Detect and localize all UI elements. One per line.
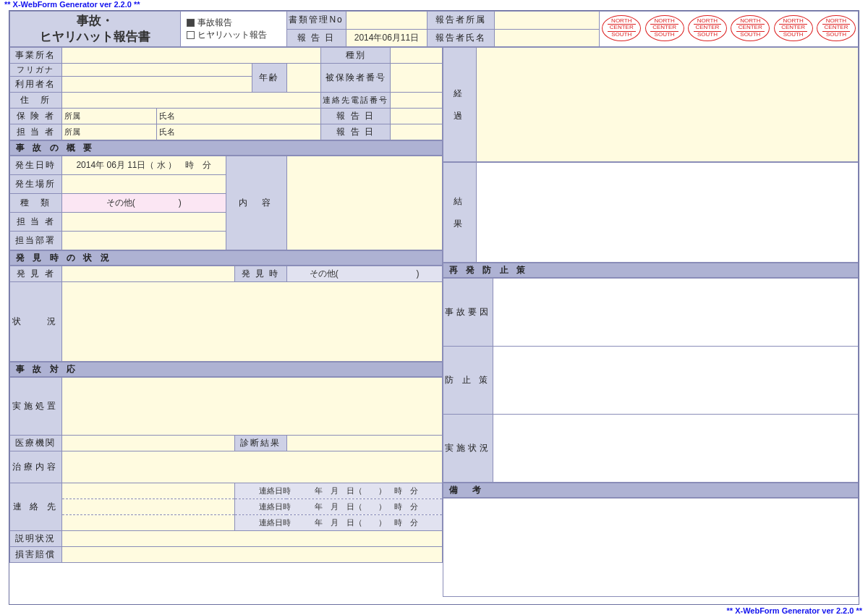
contact2-field[interactable]	[61, 499, 234, 515]
furigana-field[interactable]	[61, 64, 252, 77]
addr-label: 住 所	[10, 93, 62, 109]
prevent-field[interactable]	[493, 347, 858, 415]
contact-label: 連 絡 先	[10, 483, 62, 531]
kind-field[interactable]	[390, 48, 442, 64]
user-field[interactable]	[61, 77, 252, 93]
reporter-aff-label: 報告者所属	[427, 12, 495, 30]
finder-label: 発 見 者	[10, 266, 62, 282]
action-label: 実施処置	[10, 378, 62, 436]
insurer-aff[interactable]: 所属	[61, 109, 157, 124]
docno-field[interactable]	[346, 12, 427, 30]
impl-field[interactable]	[493, 415, 858, 483]
insureno-field[interactable]	[390, 64, 442, 93]
tel-label: 連絡先電話番号	[321, 93, 391, 109]
type-label: 種 類	[10, 194, 62, 213]
furigana-label: フリガナ	[10, 64, 62, 77]
report-type-options: 事故報告 ヒヤリハット報告	[181, 12, 286, 47]
progress-field[interactable]	[476, 48, 858, 162]
reporter-name-field[interactable]	[495, 29, 600, 47]
progress-label: 経過	[443, 48, 476, 162]
compensation-label: 損害賠償	[10, 547, 62, 563]
remarks-field[interactable]	[443, 499, 858, 597]
insurer-label: 保 険 者	[10, 109, 62, 124]
medical-field[interactable]	[61, 436, 234, 451]
ins-repdate-field[interactable]	[390, 109, 442, 124]
watermark-top: ** X-WebForm Generator ver 2.2.0 **	[4, 0, 140, 9]
kind-label: 種別	[321, 48, 391, 64]
response-table: 実施処置 医療機関 診断結果 治療内容 連 絡 先 連絡日時 年 月 日（ ） …	[9, 377, 443, 563]
age-label: 年齢	[252, 64, 286, 93]
cause-label: 事故要因	[443, 279, 493, 347]
content-label: 内 容	[226, 156, 286, 250]
office-label: 事業所名	[10, 48, 62, 64]
situation-label: 状 況	[10, 282, 62, 362]
stamp-4-icon: NORTHCENTERSOUTH	[731, 15, 770, 41]
contact2-date[interactable]: 連絡日時 年 月 日（ ） 時 分	[234, 499, 442, 515]
explain-field[interactable]	[61, 531, 442, 547]
contact1-field[interactable]	[61, 483, 234, 499]
prevention-table: 事故要因 防 止 策 実施状況	[443, 278, 859, 483]
diagnosis-field[interactable]	[286, 436, 442, 451]
result-label: 結果	[443, 163, 476, 263]
reporter-aff-field[interactable]	[495, 12, 600, 30]
overview-table: 発生日時2014年 06月 11日（ 水 ） 時 分 内 容 発生場所 種 類そ…	[9, 156, 443, 250]
occdt-field[interactable]: 2014年 06月 11日（ 水 ） 時 分	[61, 156, 226, 175]
result-field[interactable]	[476, 163, 858, 263]
occpl-label: 発生場所	[10, 175, 62, 194]
stamp-2-icon: NORTHCENTERSOUTH	[645, 15, 684, 41]
dept-label: 担当部署	[10, 232, 62, 250]
reporter-name-label: 報告者氏名	[427, 29, 495, 47]
contact3-field[interactable]	[61, 515, 234, 531]
prevent-label: 防 止 策	[443, 347, 493, 415]
user-label: 利用者名	[10, 77, 62, 93]
content-field[interactable]	[286, 156, 442, 250]
tel-field[interactable]	[390, 93, 442, 109]
basic-info-table: 事業所名種別 フリガナ 年齢 被保険者番号 利用者名 住 所連絡先電話番号 保 …	[9, 47, 443, 140]
section-response: 事 故 対 応	[10, 362, 443, 377]
addr-field[interactable]	[61, 93, 321, 109]
office-field[interactable]	[61, 48, 321, 64]
staff-name[interactable]: 氏名	[157, 124, 321, 140]
report-date-label: 報 告 日	[286, 29, 346, 47]
medical-label: 医療機関	[10, 436, 62, 451]
action-field[interactable]	[61, 378, 442, 436]
stamp-3-icon: NORTHCENTERSOUTH	[688, 15, 727, 41]
watermark-bottom: ** X-WebForm Generator ver 2.2.0 **	[727, 606, 862, 615]
staff-aff[interactable]: 所属	[61, 124, 157, 140]
section-discovery: 発 見 時 の 状 況	[10, 251, 443, 266]
stamp-6-icon: NORTHCENTERSOUTH	[817, 15, 856, 41]
type-field[interactable]: その他( )	[61, 194, 226, 213]
checkbox-accident[interactable]	[187, 19, 195, 27]
checkbox-nearmiss[interactable]	[187, 31, 195, 39]
contact1-date[interactable]: 連絡日時 年 月 日（ ） 時 分	[234, 483, 442, 499]
occdt-label: 発生日時	[10, 156, 62, 175]
diagnosis-label: 診断結果	[234, 436, 286, 451]
form-page: 事故・ヒヤリハット報告書 事故報告 ヒヤリハット報告 書類管理No 報告者所属 …	[9, 10, 859, 605]
progress-table: 経過	[443, 47, 859, 162]
compensation-field[interactable]	[61, 547, 442, 563]
findtime-field[interactable]: その他( )	[286, 266, 442, 282]
stamp-1-icon: NORTHCENTERSOUTH	[602, 15, 641, 41]
section-overview: 事 故 の 概 要	[10, 141, 443, 156]
situation-field[interactable]	[61, 282, 442, 362]
person-field[interactable]	[61, 213, 226, 232]
treatment-field[interactable]	[61, 451, 442, 483]
finder-field[interactable]	[61, 266, 234, 282]
cause-field[interactable]	[493, 279, 858, 347]
report-date-field[interactable]: 2014年06月11日	[346, 29, 427, 47]
insureno-label: 被保険者番号	[321, 64, 391, 93]
staff-repdate-field[interactable]	[390, 124, 442, 140]
contact3-date[interactable]: 連絡日時 年 月 日（ ） 時 分	[234, 515, 442, 531]
staff-repdate-label: 報 告 日	[321, 124, 391, 140]
insurer-name[interactable]: 氏名	[157, 109, 321, 124]
section-prevention: 再 発 防 止 策	[443, 263, 858, 278]
staff-label: 担 当 者	[10, 124, 62, 140]
discovery-table: 発 見 者 発 見 時その他( ) 状 況	[9, 266, 443, 362]
stamp-5-icon: NORTHCENTERSOUTH	[774, 15, 813, 41]
dept-field[interactable]	[61, 232, 226, 250]
ins-repdate-label: 報 告 日	[321, 109, 391, 124]
occpl-field[interactable]	[61, 175, 226, 194]
stamps-area: NORTHCENTERSOUTH NORTHCENTERSOUTH NORTHC…	[600, 12, 859, 47]
age-field[interactable]	[286, 64, 321, 93]
header-table: 事故・ヒヤリハット報告書 事故報告 ヒヤリハット報告 書類管理No 報告者所属 …	[9, 11, 859, 47]
